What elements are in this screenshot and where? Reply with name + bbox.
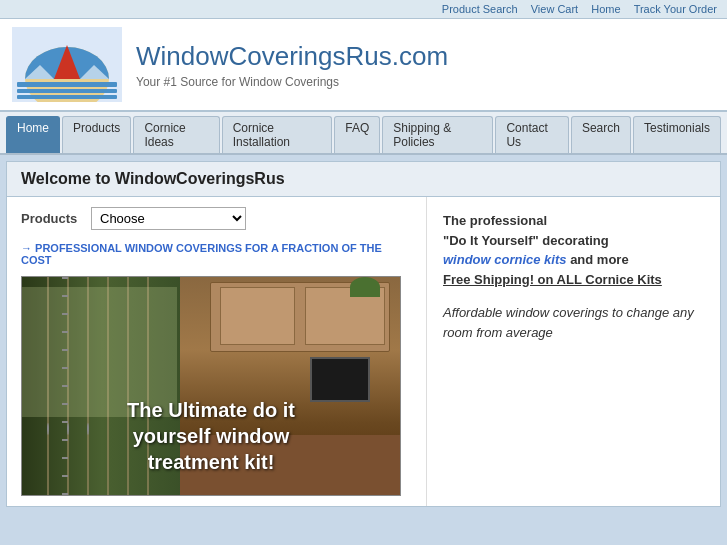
nav-tab-search[interactable]: Search (571, 116, 631, 153)
main-content-wrapper: Welcome to WindowCoveringsRus Products C… (6, 161, 721, 507)
home-link-top[interactable]: Home (591, 3, 620, 15)
promo-link[interactable]: → PROFESSIONAL WINDOW COVERINGS FOR A FR… (21, 242, 412, 266)
svg-rect-6 (17, 89, 117, 93)
site-logo (12, 27, 122, 102)
navigation-bar: Home Products Cornice Ideas Cornice Inst… (0, 112, 727, 155)
main-hero-image: The Ultimate do ityourself windowtreatme… (21, 276, 401, 496)
content-area: Products Choose → PROFESSIONAL WINDOW CO… (7, 197, 720, 506)
right-bottom-text: Affordable window coverings to change an… (443, 303, 704, 342)
site-title: WindowCoveringsRus.com (136, 41, 448, 72)
affordable-text: Affordable window coverings to change an… (443, 303, 704, 342)
nav-tab-cornice-ideas[interactable]: Cornice Ideas (133, 116, 219, 153)
nav-tab-shipping[interactable]: Shipping & Policies (382, 116, 493, 153)
free-shipping-text: Free Shipping! on ALL Cornice Kits (443, 272, 662, 287)
product-search-link[interactable]: Product Search (442, 3, 518, 15)
right-promo-text: The professional "Do It Yourself" decora… (443, 211, 704, 289)
view-cart-link[interactable]: View Cart (531, 3, 578, 15)
nav-tab-testimonials[interactable]: Testimonials (633, 116, 721, 153)
svg-rect-7 (17, 95, 117, 99)
products-dropdown[interactable]: Choose (91, 207, 246, 230)
products-row: Products Choose (21, 207, 412, 230)
promo-line3: and more (567, 252, 629, 267)
track-order-link[interactable]: Track Your Order (634, 3, 717, 15)
promo-line1: The professional (443, 213, 547, 228)
promo-line2: "Do It Yourself" decorating (443, 233, 609, 248)
nav-tab-cornice-installation[interactable]: Cornice Installation (222, 116, 333, 153)
hero-image-text: The Ultimate do ityourself windowtreatme… (22, 397, 400, 475)
header-text: WindowCoveringsRus.com Your #1 Source fo… (136, 41, 448, 89)
svg-rect-5 (17, 82, 117, 87)
page-title: Welcome to WindowCoveringsRus (21, 170, 706, 188)
nav-tab-products[interactable]: Products (62, 116, 131, 153)
site-subtitle: Your #1 Source for Window Coverings (136, 75, 448, 89)
nav-tab-faq[interactable]: FAQ (334, 116, 380, 153)
top-utility-bar: Product Search View Cart Home Track Your… (0, 0, 727, 19)
products-label: Products (21, 211, 81, 226)
left-column: Products Choose → PROFESSIONAL WINDOW CO… (7, 197, 427, 506)
page-title-bar: Welcome to WindowCoveringsRus (7, 162, 720, 197)
site-header: WindowCoveringsRus.com Your #1 Source fo… (0, 19, 727, 112)
right-column: The professional "Do It Yourself" decora… (427, 197, 720, 506)
nav-tab-home[interactable]: Home (6, 116, 60, 153)
cornice-kits-link[interactable]: window cornice kits (443, 252, 567, 267)
nav-tab-contact[interactable]: Contact Us (495, 116, 569, 153)
